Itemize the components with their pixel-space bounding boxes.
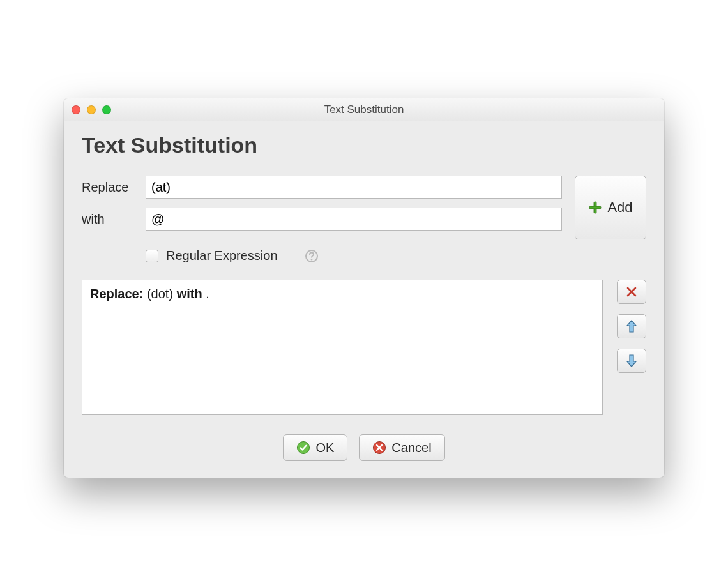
help-icon[interactable]	[305, 249, 319, 263]
rule-prefix: Replace:	[90, 287, 147, 301]
add-button[interactable]: Add	[575, 176, 646, 239]
rule-replace: .	[206, 287, 209, 301]
with-row: with	[82, 208, 562, 231]
rule-find: (dot)	[147, 287, 177, 301]
page-title: Text Substitution	[82, 133, 646, 158]
list-area: Replace: (dot) with .	[82, 280, 646, 415]
footer-buttons: OK Cancel	[82, 434, 646, 461]
with-input[interactable]	[146, 208, 562, 231]
move-up-button[interactable]	[617, 314, 646, 338]
move-down-button[interactable]	[617, 349, 646, 373]
regex-checkbox[interactable]	[146, 250, 158, 262]
zoom-window-button[interactable]	[102, 105, 111, 114]
replace-row: Replace	[82, 176, 562, 199]
input-fields: Replace with	[82, 176, 562, 239]
ok-button-label: OK	[315, 441, 334, 455]
arrow-down-icon	[625, 354, 638, 368]
svg-point-4	[298, 442, 310, 454]
plus-icon	[588, 201, 602, 215]
ok-button[interactable]: OK	[283, 434, 347, 461]
regex-label: Regular Expression	[166, 248, 278, 263]
dialog-content: Text Substitution Replace with	[64, 121, 664, 478]
regex-row: Regular Expression	[146, 248, 646, 263]
dialog-window: Text Substitution Text Substitution Repl…	[64, 98, 664, 478]
add-button-label: Add	[607, 199, 632, 216]
svg-rect-1	[589, 206, 601, 209]
form-area: Replace with Add	[82, 176, 646, 239]
close-icon	[625, 285, 638, 298]
rules-list[interactable]: Replace: (dot) with .	[82, 280, 603, 415]
arrow-up-icon	[625, 319, 638, 333]
cancel-button-label: Cancel	[391, 441, 431, 455]
titlebar: Text Substitution	[64, 98, 664, 121]
delete-button[interactable]	[617, 280, 646, 304]
svg-point-3	[310, 259, 312, 260]
with-label: with	[82, 212, 146, 227]
replace-label: Replace	[82, 180, 146, 195]
list-item[interactable]: Replace: (dot) with .	[90, 287, 595, 301]
cancel-button[interactable]: Cancel	[359, 434, 444, 461]
window-title: Text Substitution	[64, 103, 664, 116]
cancel-circle-icon	[372, 441, 386, 455]
check-circle-icon	[296, 441, 310, 455]
replace-input[interactable]	[146, 176, 562, 199]
rule-mid: with	[177, 287, 206, 301]
close-window-button[interactable]	[72, 105, 80, 114]
minimize-window-button[interactable]	[87, 105, 96, 114]
list-side-buttons	[617, 280, 646, 415]
window-controls	[72, 105, 111, 114]
